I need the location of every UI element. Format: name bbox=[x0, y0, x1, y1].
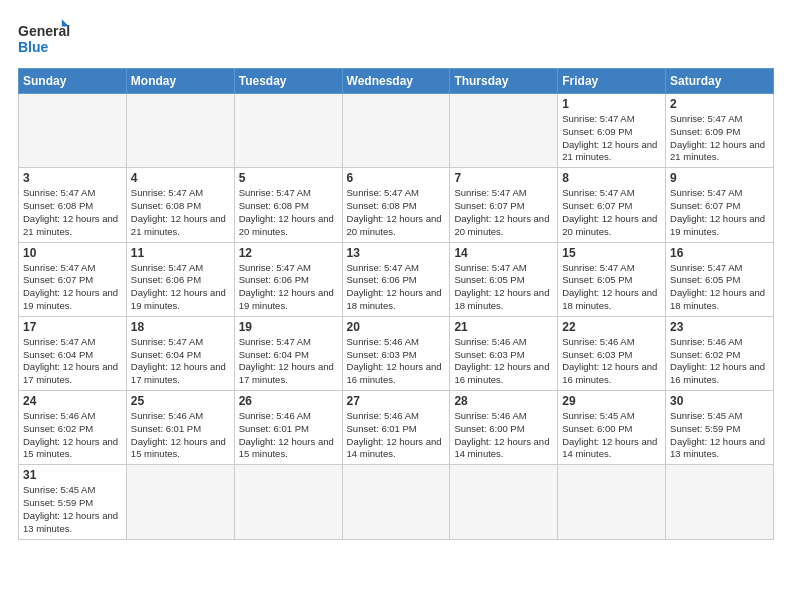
day-info: Sunrise: 5:47 AM Sunset: 6:07 PM Dayligh… bbox=[670, 187, 769, 238]
calendar-day-cell: 31Sunrise: 5:45 AM Sunset: 5:59 PM Dayli… bbox=[19, 465, 127, 539]
calendar-day-cell: 18Sunrise: 5:47 AM Sunset: 6:04 PM Dayli… bbox=[126, 316, 234, 390]
day-number: 24 bbox=[23, 394, 122, 408]
svg-text:Blue: Blue bbox=[18, 39, 49, 55]
day-number: 15 bbox=[562, 246, 661, 260]
calendar-day-cell: 23Sunrise: 5:46 AM Sunset: 6:02 PM Dayli… bbox=[666, 316, 774, 390]
header: General Blue bbox=[18, 18, 774, 58]
day-number: 21 bbox=[454, 320, 553, 334]
calendar-day-cell bbox=[558, 465, 666, 539]
day-info: Sunrise: 5:45 AM Sunset: 6:00 PM Dayligh… bbox=[562, 410, 661, 461]
day-number: 27 bbox=[347, 394, 446, 408]
day-number: 12 bbox=[239, 246, 338, 260]
calendar-day-cell: 11Sunrise: 5:47 AM Sunset: 6:06 PM Dayli… bbox=[126, 242, 234, 316]
day-number: 2 bbox=[670, 97, 769, 111]
logo-icon: General Blue bbox=[18, 18, 83, 58]
calendar-day-cell: 2Sunrise: 5:47 AM Sunset: 6:09 PM Daylig… bbox=[666, 94, 774, 168]
day-number: 29 bbox=[562, 394, 661, 408]
calendar-day-cell: 13Sunrise: 5:47 AM Sunset: 6:06 PM Dayli… bbox=[342, 242, 450, 316]
day-info: Sunrise: 5:47 AM Sunset: 6:07 PM Dayligh… bbox=[562, 187, 661, 238]
calendar-day-cell: 5Sunrise: 5:47 AM Sunset: 6:08 PM Daylig… bbox=[234, 168, 342, 242]
weekday-header-tuesday: Tuesday bbox=[234, 69, 342, 94]
day-number: 17 bbox=[23, 320, 122, 334]
calendar-day-cell: 27Sunrise: 5:46 AM Sunset: 6:01 PM Dayli… bbox=[342, 391, 450, 465]
day-number: 3 bbox=[23, 171, 122, 185]
calendar-day-cell: 6Sunrise: 5:47 AM Sunset: 6:08 PM Daylig… bbox=[342, 168, 450, 242]
calendar-day-cell bbox=[126, 465, 234, 539]
calendar-day-cell bbox=[666, 465, 774, 539]
calendar-day-cell: 24Sunrise: 5:46 AM Sunset: 6:02 PM Dayli… bbox=[19, 391, 127, 465]
calendar-day-cell: 14Sunrise: 5:47 AM Sunset: 6:05 PM Dayli… bbox=[450, 242, 558, 316]
day-info: Sunrise: 5:45 AM Sunset: 5:59 PM Dayligh… bbox=[23, 484, 122, 535]
calendar-day-cell bbox=[234, 465, 342, 539]
calendar-day-cell: 20Sunrise: 5:46 AM Sunset: 6:03 PM Dayli… bbox=[342, 316, 450, 390]
calendar-day-cell: 25Sunrise: 5:46 AM Sunset: 6:01 PM Dayli… bbox=[126, 391, 234, 465]
day-number: 8 bbox=[562, 171, 661, 185]
day-info: Sunrise: 5:47 AM Sunset: 6:09 PM Dayligh… bbox=[670, 113, 769, 164]
calendar-day-cell: 9Sunrise: 5:47 AM Sunset: 6:07 PM Daylig… bbox=[666, 168, 774, 242]
day-number: 4 bbox=[131, 171, 230, 185]
calendar-week-row: 31Sunrise: 5:45 AM Sunset: 5:59 PM Dayli… bbox=[19, 465, 774, 539]
calendar-day-cell: 30Sunrise: 5:45 AM Sunset: 5:59 PM Dayli… bbox=[666, 391, 774, 465]
calendar-week-row: 24Sunrise: 5:46 AM Sunset: 6:02 PM Dayli… bbox=[19, 391, 774, 465]
day-info: Sunrise: 5:45 AM Sunset: 5:59 PM Dayligh… bbox=[670, 410, 769, 461]
calendar-week-row: 10Sunrise: 5:47 AM Sunset: 6:07 PM Dayli… bbox=[19, 242, 774, 316]
day-info: Sunrise: 5:46 AM Sunset: 6:01 PM Dayligh… bbox=[239, 410, 338, 461]
calendar-day-cell: 26Sunrise: 5:46 AM Sunset: 6:01 PM Dayli… bbox=[234, 391, 342, 465]
calendar-day-cell: 29Sunrise: 5:45 AM Sunset: 6:00 PM Dayli… bbox=[558, 391, 666, 465]
day-number: 19 bbox=[239, 320, 338, 334]
day-number: 31 bbox=[23, 468, 122, 482]
day-number: 25 bbox=[131, 394, 230, 408]
day-number: 23 bbox=[670, 320, 769, 334]
day-number: 28 bbox=[454, 394, 553, 408]
day-info: Sunrise: 5:46 AM Sunset: 6:02 PM Dayligh… bbox=[670, 336, 769, 387]
day-info: Sunrise: 5:46 AM Sunset: 6:03 PM Dayligh… bbox=[454, 336, 553, 387]
weekday-header-row: SundayMondayTuesdayWednesdayThursdayFrid… bbox=[19, 69, 774, 94]
day-number: 10 bbox=[23, 246, 122, 260]
calendar-day-cell bbox=[342, 465, 450, 539]
day-number: 9 bbox=[670, 171, 769, 185]
calendar-day-cell: 1Sunrise: 5:47 AM Sunset: 6:09 PM Daylig… bbox=[558, 94, 666, 168]
day-info: Sunrise: 5:47 AM Sunset: 6:08 PM Dayligh… bbox=[347, 187, 446, 238]
day-info: Sunrise: 5:46 AM Sunset: 6:00 PM Dayligh… bbox=[454, 410, 553, 461]
calendar-day-cell: 21Sunrise: 5:46 AM Sunset: 6:03 PM Dayli… bbox=[450, 316, 558, 390]
calendar-day-cell: 19Sunrise: 5:47 AM Sunset: 6:04 PM Dayli… bbox=[234, 316, 342, 390]
calendar-day-cell: 22Sunrise: 5:46 AM Sunset: 6:03 PM Dayli… bbox=[558, 316, 666, 390]
day-info: Sunrise: 5:47 AM Sunset: 6:07 PM Dayligh… bbox=[23, 262, 122, 313]
logo: General Blue bbox=[18, 18, 83, 58]
day-info: Sunrise: 5:47 AM Sunset: 6:05 PM Dayligh… bbox=[562, 262, 661, 313]
day-number: 18 bbox=[131, 320, 230, 334]
day-info: Sunrise: 5:47 AM Sunset: 6:06 PM Dayligh… bbox=[131, 262, 230, 313]
day-number: 22 bbox=[562, 320, 661, 334]
calendar-day-cell: 28Sunrise: 5:46 AM Sunset: 6:00 PM Dayli… bbox=[450, 391, 558, 465]
day-number: 30 bbox=[670, 394, 769, 408]
day-number: 6 bbox=[347, 171, 446, 185]
day-info: Sunrise: 5:47 AM Sunset: 6:08 PM Dayligh… bbox=[239, 187, 338, 238]
day-number: 14 bbox=[454, 246, 553, 260]
day-info: Sunrise: 5:46 AM Sunset: 6:03 PM Dayligh… bbox=[347, 336, 446, 387]
calendar-day-cell: 17Sunrise: 5:47 AM Sunset: 6:04 PM Dayli… bbox=[19, 316, 127, 390]
calendar-day-cell: 12Sunrise: 5:47 AM Sunset: 6:06 PM Dayli… bbox=[234, 242, 342, 316]
day-info: Sunrise: 5:47 AM Sunset: 6:04 PM Dayligh… bbox=[23, 336, 122, 387]
day-info: Sunrise: 5:47 AM Sunset: 6:08 PM Dayligh… bbox=[23, 187, 122, 238]
calendar-day-cell: 3Sunrise: 5:47 AM Sunset: 6:08 PM Daylig… bbox=[19, 168, 127, 242]
page: General Blue SundayMondayTuesdayWednesda… bbox=[0, 0, 792, 612]
calendar-day-cell bbox=[19, 94, 127, 168]
day-number: 7 bbox=[454, 171, 553, 185]
day-info: Sunrise: 5:46 AM Sunset: 6:01 PM Dayligh… bbox=[131, 410, 230, 461]
calendar-day-cell bbox=[126, 94, 234, 168]
day-info: Sunrise: 5:47 AM Sunset: 6:04 PM Dayligh… bbox=[131, 336, 230, 387]
calendar-day-cell: 16Sunrise: 5:47 AM Sunset: 6:05 PM Dayli… bbox=[666, 242, 774, 316]
day-info: Sunrise: 5:47 AM Sunset: 6:06 PM Dayligh… bbox=[347, 262, 446, 313]
calendar-day-cell bbox=[450, 465, 558, 539]
calendar-week-row: 3Sunrise: 5:47 AM Sunset: 6:08 PM Daylig… bbox=[19, 168, 774, 242]
day-info: Sunrise: 5:47 AM Sunset: 6:05 PM Dayligh… bbox=[454, 262, 553, 313]
day-number: 20 bbox=[347, 320, 446, 334]
day-number: 13 bbox=[347, 246, 446, 260]
calendar-day-cell: 7Sunrise: 5:47 AM Sunset: 6:07 PM Daylig… bbox=[450, 168, 558, 242]
calendar-day-cell bbox=[450, 94, 558, 168]
weekday-header-sunday: Sunday bbox=[19, 69, 127, 94]
day-info: Sunrise: 5:47 AM Sunset: 6:09 PM Dayligh… bbox=[562, 113, 661, 164]
day-number: 5 bbox=[239, 171, 338, 185]
weekday-header-saturday: Saturday bbox=[666, 69, 774, 94]
calendar-day-cell: 10Sunrise: 5:47 AM Sunset: 6:07 PM Dayli… bbox=[19, 242, 127, 316]
